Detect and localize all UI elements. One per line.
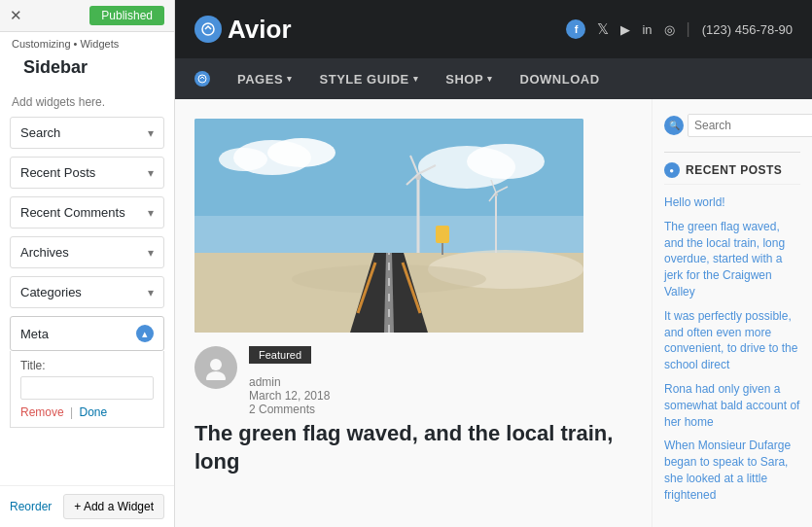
- svg-point-0: [202, 23, 214, 35]
- sidebar-search-input[interactable]: [688, 114, 812, 137]
- nav-style-guide-label: STYLE GUIDE: [320, 72, 409, 87]
- author-avatar: [194, 346, 237, 389]
- remove-link[interactable]: Remove: [20, 405, 64, 419]
- facebook-icon[interactable]: f: [566, 19, 585, 39]
- svg-point-5: [267, 138, 335, 167]
- chevron-down-icon: ▾: [148, 166, 154, 180]
- separator: |: [70, 405, 76, 419]
- widget-search[interactable]: Search ▾: [10, 117, 164, 149]
- nav-shop-chevron: ▾: [487, 74, 493, 84]
- site-header-right: f 𝕏 ▶ in ◎ | (123) 456-78-90: [566, 19, 793, 39]
- panel-title: Sidebar: [12, 52, 162, 86]
- customizer-panel: ✕ Published Customizing • Widgets Sideba…: [0, 0, 175, 527]
- breadcrumb: Customizing • Widgets: [12, 38, 162, 50]
- svg-rect-25: [436, 226, 449, 243]
- chevron-down-icon: ▾: [148, 246, 154, 260]
- instagram-icon[interactable]: ◎: [664, 22, 675, 37]
- site-body: Featured admin March 12, 2018 2 Comments…: [175, 99, 812, 527]
- logo-text: Avior: [228, 15, 292, 45]
- site-preview: Avior f 𝕏 ▶ in ◎ | (123) 456-78-90 PAGES…: [175, 0, 812, 527]
- nav-style-guide[interactable]: STYLE GUIDE ▾: [320, 72, 419, 87]
- nav-pages-chevron: ▾: [287, 74, 293, 84]
- nav-pages[interactable]: PAGES ▾: [237, 72, 293, 87]
- widget-search-label: Search: [20, 125, 60, 140]
- nav-shop-label: SHOP: [445, 72, 483, 87]
- site-sidebar: 🔍 🔍 ● RECENT POSTS Hello world! The gree…: [652, 99, 812, 527]
- site-logo: Avior: [194, 15, 292, 45]
- youtube-icon[interactable]: ▶: [620, 22, 630, 37]
- nav-pages-label: PAGES: [237, 72, 283, 87]
- recent-post-3[interactable]: It was perfectly possible, and often eve…: [664, 308, 800, 373]
- nav-style-guide-chevron: ▾: [413, 74, 419, 84]
- widget-recent-comments[interactable]: Recent Comments ▾: [10, 196, 164, 228]
- done-link[interactable]: Done: [79, 405, 107, 419]
- phone-divider: |: [687, 20, 690, 38]
- svg-point-1: [198, 75, 206, 83]
- post-comments: 2 Comments: [249, 403, 330, 416]
- add-widget-button[interactable]: + Add a Widget: [63, 494, 164, 519]
- sidebar-search-widget: 🔍 🔍: [664, 114, 800, 137]
- twitter-icon[interactable]: 𝕏: [597, 20, 609, 38]
- widget-categories-label: Categories: [20, 285, 82, 299]
- nav-download[interactable]: DOWNLOAD: [520, 72, 600, 87]
- post-date: March 12, 2018: [249, 389, 330, 403]
- post-author: admin: [249, 375, 330, 389]
- site-nav: PAGES ▾ STYLE GUIDE ▾ SHOP ▾ DOWNLOAD: [175, 58, 812, 99]
- nav-logo-icon: [194, 71, 210, 87]
- widget-recent-comments-label: Recent Comments: [20, 205, 125, 220]
- recent-post-4[interactable]: Rona had only given a somewhat bald acco…: [664, 381, 800, 430]
- widget-meta-label: Meta: [20, 327, 49, 341]
- chevron-down-icon: ▾: [148, 126, 154, 140]
- post-title: The green flag waved, and the local trai…: [194, 420, 632, 475]
- recent-post-1[interactable]: Hello world!: [664, 194, 800, 211]
- chevron-up-icon: ▴: [136, 325, 154, 342]
- reorder-button[interactable]: Reorder: [10, 500, 52, 513]
- recent-posts-section-title: ● RECENT POSTS: [664, 162, 800, 185]
- featured-badge: Featured: [249, 346, 311, 364]
- recent-posts-label: RECENT POSTS: [686, 163, 782, 177]
- widget-categories[interactable]: Categories ▾: [10, 276, 164, 308]
- chevron-down-icon: ▾: [148, 206, 154, 220]
- recent-post-5[interactable]: When Monsieur Dufarge began to speak to …: [664, 438, 800, 503]
- post-details: Featured admin March 12, 2018 2 Comments: [249, 346, 330, 416]
- linkedin-icon[interactable]: in: [642, 22, 652, 37]
- search-icon: 🔍: [664, 116, 684, 135]
- widget-recent-posts[interactable]: Recent Posts ▾: [10, 157, 164, 189]
- site-main: Featured admin March 12, 2018 2 Comments…: [175, 99, 652, 527]
- nav-shop[interactable]: SHOP ▾: [445, 72, 492, 87]
- widget-meta[interactable]: Meta ▴: [10, 316, 164, 351]
- svg-point-27: [210, 359, 222, 370]
- widget-archives-label: Archives: [20, 245, 69, 260]
- meta-widget-expanded: Title: Remove | Done: [10, 351, 164, 428]
- svg-rect-3: [194, 216, 583, 255]
- logo-icon: [194, 16, 222, 43]
- chevron-down-icon: ▾: [148, 286, 154, 299]
- phone-number: (123) 456-78-90: [702, 22, 793, 37]
- meta-title-label: Title:: [20, 359, 154, 372]
- published-button[interactable]: Published: [89, 6, 164, 25]
- nav-download-label: DOWNLOAD: [520, 72, 600, 87]
- close-icon[interactable]: ✕: [10, 7, 22, 24]
- meta-title-input[interactable]: [20, 376, 154, 400]
- recent-post-2[interactable]: The green flag waved, and the local trai…: [664, 219, 800, 300]
- panel-footer: Reorder + Add a Widget: [0, 485, 174, 527]
- svg-point-8: [467, 144, 545, 179]
- hero-image: [194, 119, 583, 333]
- widget-recent-posts-label: Recent Posts: [20, 165, 95, 180]
- svg-point-6: [219, 148, 267, 171]
- site-header: Avior f 𝕏 ▶ in ◎ | (123) 456-78-90: [175, 0, 812, 58]
- add-widgets-hint: Add widgets here.: [0, 88, 174, 113]
- widget-archives[interactable]: Archives ▾: [10, 236, 164, 268]
- meta-links: Remove | Done: [20, 405, 154, 419]
- recent-posts-icon: ●: [664, 162, 680, 178]
- post-info: Featured admin March 12, 2018 2 Comments: [194, 346, 632, 416]
- svg-point-28: [206, 371, 226, 380]
